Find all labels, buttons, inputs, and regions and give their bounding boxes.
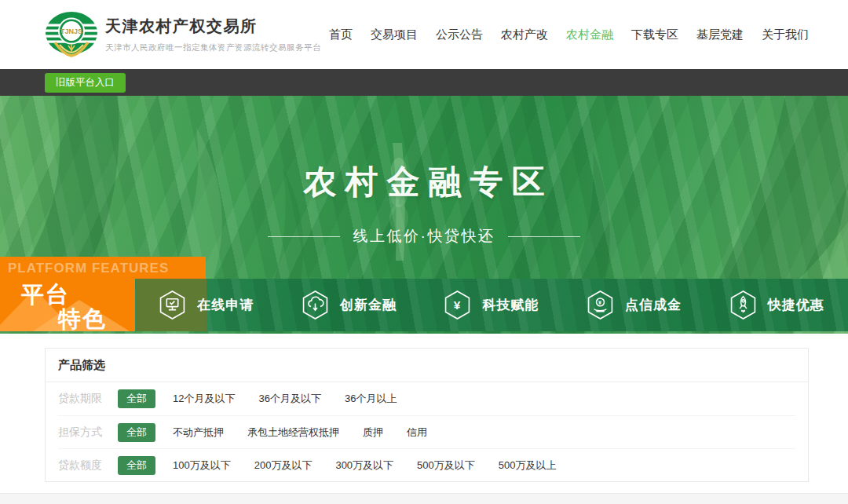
nav-item-about[interactable]: 关于我们 (762, 27, 809, 42)
subtitle-right-rule (508, 236, 580, 237)
filter-option[interactable]: 不动产抵押 (173, 425, 224, 440)
platform-features-eyebrow: PLATFORM FEATURES (8, 261, 169, 276)
filter-row-guarantee-type: 担保方式 全部 不动产抵押 承包土地经营权抵押 质押 信用 (58, 415, 795, 448)
feature-label: 点信成金 (625, 296, 682, 314)
filter-rows: 贷款期限 全部 12个月及以下 36个月及以下 36个月以上 担保方式 全部 不… (46, 382, 808, 481)
brand-text: 天津农村产权交易所 天津市人民政府唯一指定集体资产资源流转交易服务平台 (105, 16, 321, 53)
hero-subtitle-row: 线上低价·快贷快还 (149, 226, 699, 247)
filter-option[interactable]: 100万及以下 (173, 458, 231, 473)
rocket-icon (729, 290, 757, 320)
main-nav: 首页 交易项目 公示公告 农村产改 农村金融 下载专区 基层党建 关于我们 (329, 27, 809, 42)
features-bar: 在线申请 创新金融 ¥ 科技赋能 ¥ 点信成金 (135, 279, 848, 331)
feature-label: 在线申请 (197, 296, 254, 314)
filter-option[interactable]: 36个月以上 (345, 392, 397, 406)
hero-subtitle: 线上低价·快贷快还 (353, 226, 495, 247)
filter-card-title: 产品筛选 (46, 349, 808, 382)
filter-option[interactable]: 信用 (407, 425, 427, 440)
filter-label: 担保方式 (58, 425, 118, 440)
feature-item-quick-discount[interactable]: 快捷优惠 (705, 279, 848, 331)
site-title: 天津农村产权交易所 (105, 16, 321, 37)
site-logo-icon: TJNJS (45, 9, 98, 60)
feature-item-innovative-finance[interactable]: 创新金融 (278, 279, 421, 331)
brand-logo-link[interactable]: TJNJS 天津农村产权交易所 天津市人民政府唯一指定集体资产资源流转交易服务平… (45, 9, 321, 60)
filter-option[interactable]: 500万及以下 (417, 458, 475, 473)
nav-item-notices[interactable]: 公示公告 (436, 27, 483, 42)
feature-item-online-apply[interactable]: 在线申请 (135, 279, 278, 331)
main-content: 产品筛选 贷款期限 全部 12个月及以下 36个月及以下 36个月以上 担保方式… (0, 334, 848, 482)
product-filter-card: 产品筛选 贷款期限 全部 12个月及以下 36个月及以下 36个月以上 担保方式… (45, 348, 809, 482)
nav-item-rural-finance[interactable]: 农村金融 (566, 27, 613, 42)
loan-term-options: 12个月及以下 36个月及以下 36个月以上 (173, 392, 397, 406)
secondary-toolbar: 旧版平台入口 (0, 69, 848, 96)
loan-term-all-button[interactable]: 全部 (118, 389, 155, 408)
feature-item-tech-empowerment[interactable]: ¥ 科技赋能 (420, 279, 563, 331)
filter-label: 贷款期限 (58, 392, 118, 406)
hero-banner: 农村金融专区 线上低价·快贷快还 PLATFORM FEATURES 平台 特色… (0, 96, 848, 334)
coin-yuan-glyph: ¥ (598, 299, 602, 306)
filter-option[interactable]: 承包土地经营权抵押 (247, 425, 339, 440)
nav-item-downloads[interactable]: 下载专区 (631, 27, 678, 42)
loan-amount-all-button[interactable]: 全部 (118, 456, 155, 475)
nav-item-projects[interactable]: 交易项目 (371, 27, 418, 42)
monitor-check-icon (159, 290, 186, 320)
filter-row-loan-term: 贷款期限 全部 12个月及以下 36个月及以下 36个月以上 (58, 382, 795, 415)
old-platform-entry-button[interactable]: 旧版平台入口 (45, 73, 126, 93)
nav-item-party-building[interactable]: 基层党建 (696, 27, 744, 42)
nav-item-rural-reform[interactable]: 农村产改 (501, 27, 548, 42)
filter-option[interactable]: 200万及以下 (254, 458, 313, 473)
feature-label: 创新金融 (340, 296, 397, 314)
feature-label: 快捷优惠 (768, 296, 824, 314)
site-header: TJNJS 天津农村产权交易所 天津市人民政府唯一指定集体资产资源流转交易服务平… (0, 0, 848, 69)
hero-text-block: 农村金融专区 线上低价·快贷快还 (149, 160, 699, 247)
logo-monogram: TJNJS (60, 27, 82, 35)
filter-option[interactable]: 12个月及以下 (173, 392, 235, 406)
guarantee-options: 不动产抵押 承包土地经营权抵押 质押 信用 (173, 425, 427, 440)
filter-option[interactable]: 质押 (363, 425, 383, 440)
filter-label: 贷款额度 (58, 458, 118, 473)
nav-item-home[interactable]: 首页 (329, 27, 353, 42)
filter-row-loan-amount: 贷款额度 全部 100万及以下 200万及以下 300万及以下 500万及以下 … (58, 448, 795, 481)
badge-text-features: 特色 (58, 304, 107, 331)
cloud-finance-icon (302, 290, 329, 320)
feature-label: 科技赋能 (482, 296, 539, 314)
guarantee-all-button[interactable]: 全部 (118, 423, 155, 442)
filter-option[interactable]: 36个月及以下 (258, 392, 320, 406)
footer-strip (0, 493, 848, 504)
site-subtitle: 天津市人民政府唯一指定集体资产资源流转交易服务平台 (105, 42, 321, 53)
loan-amount-options: 100万及以下 200万及以下 300万及以下 500万及以下 500万及以上 (173, 458, 557, 473)
subtitle-left-rule (268, 236, 340, 237)
yuan-icon: ¥ (444, 290, 471, 320)
yuan-glyph: ¥ (454, 298, 462, 312)
hero-title: 农村金融专区 (149, 160, 699, 204)
credit-coin-icon: ¥ (587, 290, 614, 320)
filter-option[interactable]: 300万及以下 (335, 458, 393, 473)
filter-option[interactable]: 500万及以上 (499, 458, 557, 473)
feature-item-credit-gold[interactable]: ¥ 点信成金 (563, 279, 706, 331)
